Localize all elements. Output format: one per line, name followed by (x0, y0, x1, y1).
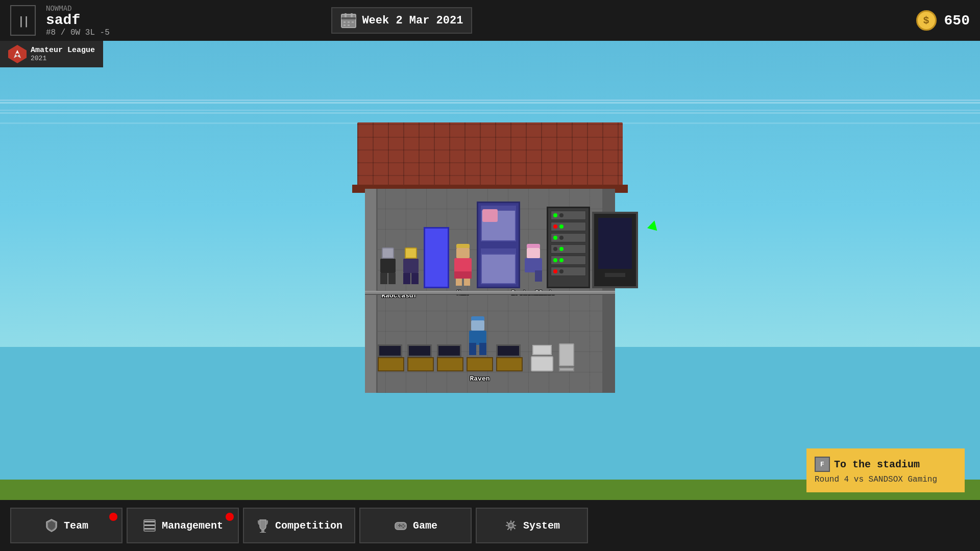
svg-rect-10 (144, 524, 155, 526)
svg-rect-4 (344, 21, 346, 23)
nav-system-label: System (523, 520, 560, 532)
nav-management-label: Management (162, 520, 223, 532)
floor-divider (365, 291, 615, 295)
notification-key-icon: F (815, 457, 830, 472)
nav-button-competition[interactable]: Competition (243, 508, 355, 543)
nav-game-label: Game (413, 520, 437, 532)
toilet (531, 345, 553, 371)
svg-point-21 (401, 525, 402, 527)
notification-title-row: F To the stadium (815, 457, 957, 472)
svg-rect-9 (144, 521, 155, 522)
desk-area: Raven (378, 316, 602, 371)
stadium-notification[interactable]: F To the stadium Round 4 vs SANDSOX Gami… (806, 448, 965, 492)
upper-furniture: BrokenBlade (477, 196, 638, 288)
nav-button-team[interactable]: Team (10, 508, 122, 543)
nav-team-badge (109, 513, 117, 521)
svg-rect-3 (351, 13, 353, 17)
nav-competition-label: Competition (275, 520, 342, 532)
svg-rect-14 (260, 532, 266, 533)
upper-floor: Raoctasdf Max (378, 189, 602, 291)
hud-center: Week 2 Mar 2021 (331, 7, 472, 34)
svg-rect-11 (144, 528, 155, 530)
svg-rect-5 (348, 21, 350, 23)
team-name: sadf (46, 12, 110, 28)
nav-button-management[interactable]: Management (127, 508, 239, 543)
char-label-raven: Raven (470, 375, 489, 383)
svg-rect-17 (399, 524, 400, 527)
brand-name: NOWMAD (46, 4, 110, 12)
svg-rect-13 (261, 530, 264, 532)
team-section: || NOWMAD sadf #8 / 0W 3L -5 (10, 4, 110, 37)
shield-icon (44, 518, 59, 533)
nav-team-label: Team (64, 520, 88, 532)
coins-section: $ 650 (916, 10, 970, 31)
svg-point-18 (402, 524, 404, 525)
nav-button-system[interactable]: System (476, 508, 588, 543)
team-logo: || (10, 5, 36, 36)
lower-floor: Raven (378, 295, 602, 393)
svg-rect-6 (352, 21, 354, 23)
coin-icon: $ (916, 10, 937, 31)
nav-bar: Team Management Competition (0, 500, 980, 551)
notification-title-text: To the stadium (834, 459, 920, 470)
calendar-icon (340, 12, 357, 29)
monitor-tv (592, 212, 638, 288)
svg-point-20 (402, 527, 404, 529)
door (424, 227, 449, 288)
wing-icon (12, 49, 22, 59)
roof (357, 122, 623, 189)
svg-rect-2 (345, 13, 347, 17)
gamepad-icon (394, 518, 408, 533)
hud-top-bar: || NOWMAD sadf #8 / 0W 3L -5 Week 2 Mar … (0, 0, 980, 41)
nav-button-game[interactable]: Game (359, 508, 472, 543)
svg-rect-1 (341, 17, 356, 19)
coins-value: 650 (944, 13, 970, 29)
gear-icon (504, 518, 518, 533)
svg-point-19 (404, 525, 405, 527)
building: Raoctasdf Max (365, 122, 615, 393)
trophy-icon (256, 518, 270, 533)
building-body: Raoctasdf Max (365, 189, 615, 393)
league-text: Amateur League 2021 (31, 46, 95, 62)
svg-rect-8 (348, 24, 350, 26)
date-text: Week 2 Mar 2021 (362, 14, 463, 27)
league-banner: Amateur League 2021 (0, 41, 103, 67)
league-icon (8, 45, 27, 63)
date-box: Week 2 Mar 2021 (331, 7, 472, 34)
team-info: NOWMAD sadf #8 / 0W 3L -5 (46, 4, 110, 37)
list-icon (142, 518, 157, 533)
notification-subtitle: Round 4 vs SANDSOX Gaming (815, 475, 957, 484)
svg-rect-7 (344, 24, 346, 26)
nav-management-badge (226, 513, 234, 521)
server-rack (547, 207, 590, 288)
svg-point-24 (509, 524, 512, 527)
urinal (559, 343, 574, 371)
team-stats: #8 / 0W 3L -5 (46, 28, 110, 37)
